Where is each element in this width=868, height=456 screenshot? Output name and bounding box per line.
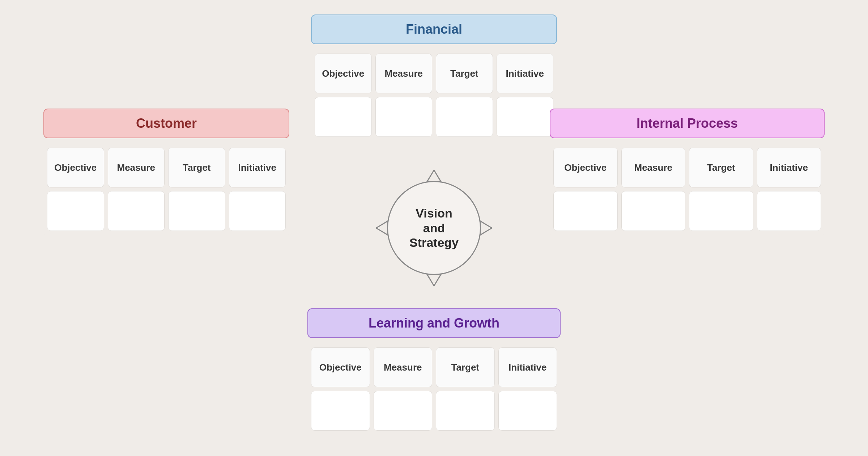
- financial-cell-2[interactable]: [375, 97, 433, 137]
- learning-grid: Objective Measure Target Initiative: [307, 344, 561, 434]
- customer-cell-2[interactable]: [108, 191, 165, 231]
- learning-quadrant: Learning and Growth Objective Measure Ta…: [307, 308, 561, 434]
- financial-header: Financial: [311, 14, 557, 44]
- internal-cell-4[interactable]: [757, 191, 821, 231]
- internal-cell-3[interactable]: [689, 191, 753, 231]
- center-vision: Vision and Strategy: [373, 166, 495, 290]
- customer-title: Customer: [136, 116, 197, 131]
- learning-cell-4[interactable]: [498, 391, 557, 431]
- learning-col-measure: Measure: [374, 347, 433, 387]
- internal-title: Internal Process: [637, 116, 738, 131]
- financial-cell-3[interactable]: [436, 97, 493, 137]
- customer-cell-4[interactable]: [229, 191, 286, 231]
- internal-col-initiative: Initiative: [757, 148, 821, 187]
- customer-col-target: Target: [168, 148, 225, 187]
- vision-strategy-label: Vision and Strategy: [387, 181, 481, 275]
- learning-header: Learning and Growth: [307, 308, 561, 338]
- customer-col-objective: Objective: [47, 148, 104, 187]
- financial-cell-4[interactable]: [497, 97, 554, 137]
- financial-title: Financial: [406, 22, 462, 37]
- internal-cell-2[interactable]: [621, 191, 686, 231]
- internal-col-objective: Objective: [553, 148, 618, 187]
- internal-col-target: Target: [689, 148, 753, 187]
- customer-header: Customer: [43, 109, 289, 138]
- internal-cell-1[interactable]: [553, 191, 618, 231]
- learning-cell-2[interactable]: [374, 391, 433, 431]
- learning-col-target: Target: [436, 347, 495, 387]
- learning-cell-1[interactable]: [311, 391, 370, 431]
- customer-col-measure: Measure: [108, 148, 165, 187]
- financial-grid: Objective Measure Target Initiative: [311, 50, 557, 140]
- financial-col-objective: Objective: [315, 54, 372, 93]
- customer-cell-3[interactable]: [168, 191, 225, 231]
- financial-quadrant: Financial Objective Measure Target Initi…: [311, 14, 557, 140]
- learning-col-initiative: Initiative: [498, 347, 557, 387]
- canvas: Financial Objective Measure Target Initi…: [0, 0, 868, 456]
- learning-title: Learning and Growth: [369, 316, 499, 330]
- customer-col-initiative: Initiative: [229, 148, 286, 187]
- customer-cell-1[interactable]: [47, 191, 104, 231]
- learning-cell-3[interactable]: [436, 391, 495, 431]
- financial-col-measure: Measure: [375, 54, 433, 93]
- customer-quadrant: Customer Objective Measure Target Initia…: [43, 109, 289, 235]
- internal-grid: Objective Measure Target Initiative: [550, 144, 825, 235]
- internal-header: Internal Process: [550, 109, 825, 138]
- financial-col-initiative: Initiative: [497, 54, 554, 93]
- financial-col-target: Target: [436, 54, 493, 93]
- learning-col-objective: Objective: [311, 347, 370, 387]
- financial-cell-1[interactable]: [315, 97, 372, 137]
- internal-col-measure: Measure: [621, 148, 686, 187]
- customer-grid: Objective Measure Target Initiative: [43, 144, 289, 235]
- internal-quadrant: Internal Process Objective Measure Targe…: [550, 109, 825, 235]
